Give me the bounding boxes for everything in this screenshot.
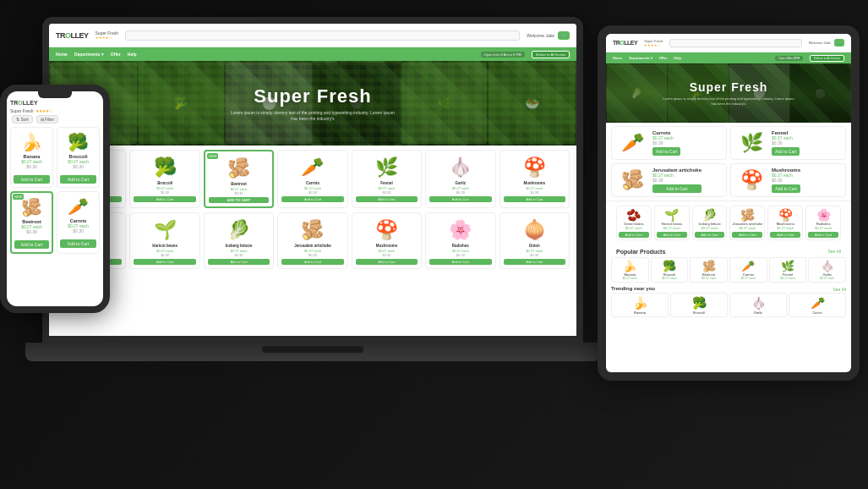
tablet-fennel-add-btn[interactable]: Add to Cart [772, 147, 800, 156]
table-row: 🍄 Mushrooms $0.27 each $0.30 Add to Cart [500, 150, 570, 208]
pop-garlic-img: 🧄 [811, 260, 843, 272]
phone-banana-add-btn[interactable]: Add to Cart [14, 175, 50, 184]
broccoli-add-btn[interactable]: Add to Cart [134, 196, 195, 202]
artichoke-add-btn[interactable]: Add to Cart [281, 259, 343, 265]
tablet-artichoke-old-price: $0.30 [652, 178, 701, 183]
phone-sort-btn[interactable]: ⇅ Sort [12, 115, 33, 124]
laptop-deliver-btn[interactable]: Deliver to AI Homes [532, 51, 570, 58]
list-item: 🥦 Broccoli $0.27 each [651, 257, 689, 283]
tablet-mushrooms-img: 🍄 [734, 169, 768, 191]
haricot-small-add-btn[interactable]: Add to Cart [657, 232, 687, 238]
iceberg-name: Iceberg lettuce [208, 244, 270, 248]
green-beans-small-img: 🫘 [619, 208, 649, 222]
green-beans-small-add-btn[interactable]: Add to Cart [619, 232, 649, 238]
list-item: 🍌 Banana $0.27 each $0.30 Add to Cart [10, 127, 53, 188]
table-row: 🥬 Iceberg lettuce $0.27 each Add to Cart [692, 206, 728, 240]
laptop-cart-icon[interactable]: 🛒 [558, 31, 570, 40]
laptop-nav-help[interactable]: Help [128, 52, 137, 57]
phone-device: TROLLEY Super Fresh ★★★★☆ ⇅ Sort ⊞ Filte… [0, 85, 110, 313]
laptop-nav-departments[interactable]: Departments ▾ [74, 52, 104, 57]
carrots-add-btn[interactable]: Add to Cart [281, 196, 343, 202]
onion-add-btn[interactable]: Add to Cart [504, 259, 565, 265]
laptop-nav-offer[interactable]: Offer [111, 52, 121, 57]
garlic-img: 🧄 [429, 154, 491, 181]
mushrooms-small-add-btn[interactable]: Add to Cart [770, 232, 800, 238]
tablet-mushrooms-add-btn[interactable]: Add to Cart [772, 184, 800, 193]
tablet-cart-icon[interactable]: 🛒 [834, 39, 844, 47]
tablet-trending-header: Trending near you See All [611, 286, 846, 293]
tablet-carrots-img: 🥕 [615, 132, 649, 154]
laptop-nav-home[interactable]: Home [56, 52, 68, 57]
phone-filter-btn[interactable]: ⊞ Filter [36, 115, 59, 124]
tablet-nav-offer[interactable]: Offer [659, 56, 668, 60]
artichoke-small-img: 🫚 [732, 208, 762, 222]
pop-broccoli-img: 🥦 [653, 260, 686, 272]
laptop-search-bar[interactable] [125, 30, 520, 41]
artichoke-small-add-btn[interactable]: Add to Cart [732, 232, 762, 238]
list-item: 🥕 Carrots $0.27 each $0.30 Add to Cart [611, 126, 727, 160]
tablet-carrots-info: Carrots $0.27 each $0.30 Add to Cart [652, 130, 680, 156]
tablet-mushrooms-info: Mushrooms $0.27 each $0.30 Add to Cart [772, 168, 800, 193]
list-item: 🫚 Jerusalem artichoke $0.27 each $0.30 A… [611, 163, 727, 197]
radishes-small-add-btn[interactable]: Add to Cart [808, 232, 838, 238]
tablet-device: TROLLEY Super Fresh ★★★★☆ Welcome Jake 🛒… [598, 25, 860, 381]
haricot-add-btn[interactable]: Add to Cart [134, 259, 195, 265]
laptop-store-info: Super Fresh ★★★★☆ [96, 30, 119, 40]
radishes-img: 🌸 [429, 217, 491, 244]
tablet-carrots-old-price: $0.30 [652, 140, 680, 146]
tablet-header: TROLLEY Super Fresh ★★★★☆ Welcome Jake 🛒 [606, 34, 851, 52]
phone-broccoli-add-btn[interactable]: Add to Cart [60, 175, 96, 184]
tablet-search-bar[interactable] [669, 39, 802, 47]
beetroot-add-btn[interactable]: ADD TO CART [209, 197, 269, 203]
laptop-screen-content: TROLLEY Super Fresh ★★★★☆ Welcome Jake 🛒… [49, 24, 576, 336]
phone-beetroot-add-btn[interactable]: Add to Cart [14, 240, 49, 249]
table-row: 🌿 Fennel $0.27 each $0.30 Add to Cart [352, 150, 422, 208]
tablet-nav-home[interactable]: Home [613, 56, 622, 60]
phone-store-header: TROLLEY [10, 100, 100, 106]
mushrooms2-add-btn[interactable]: Add to Cart [356, 259, 418, 265]
table-row: 🌸 Radishes $0.27 each $0.30 Add to Cart [425, 212, 495, 269]
trending-carrot-img: 🥕 [791, 295, 843, 310]
pop-beetroot-img: 🫚 [692, 260, 725, 272]
phone-carrots-add-btn[interactable]: Add to Cart [60, 239, 96, 248]
iceberg-add-btn[interactable]: Add to Cart [208, 259, 270, 265]
mushroom-old-price: $0.30 [504, 190, 565, 195]
radishes-add-btn[interactable]: Add to Cart [429, 259, 491, 265]
tablet-popular-section: Popular Products See All 🍌 Banana $0.27 … [606, 244, 851, 284]
list-item: 🥕 Carrots $0.27 each $0.30 Add to Cart [57, 191, 100, 254]
tablet-see-all[interactable]: See All [827, 249, 841, 254]
laptop-nav: Home Departments ▾ Offer Help Open from … [49, 47, 576, 61]
tablet-nav-help[interactable]: Help [674, 56, 681, 60]
phone-main: TROLLEY Super Fresh ★★★★☆ ⇅ Sort ⊞ Filte… [7, 91, 103, 306]
list-item: 🧄 Garlic [729, 293, 787, 317]
phone-beetroot-old-price: $0.30 [14, 229, 49, 234]
phone-broccoli-img: 🥦 [60, 130, 96, 154]
mushroom-add-btn[interactable]: Add to Cart [504, 196, 565, 202]
laptop-header: TROLLEY Super Fresh ★★★★☆ Welcome Jake 🛒 [49, 24, 576, 47]
mushroom-name: Mushrooms [504, 181, 565, 185]
laptop-hero-title: Super Fresh [254, 85, 371, 107]
tablet-small-section: 🫘 Green beans $0.27 each Add to Cart 🌱 H… [606, 201, 851, 244]
list-item: 🥦 Broccoli [670, 293, 728, 317]
garlic-add-btn[interactable]: Add to Cart [429, 196, 491, 202]
tablet-deliver-btn[interactable]: Deliver to AI Homes [810, 55, 844, 62]
haricot-small-img: 🌱 [657, 208, 687, 222]
mushroom-img: 🍄 [504, 154, 565, 181]
trending-garlic-img: 🧄 [732, 295, 784, 310]
tablet-trending-see-all[interactable]: See All [833, 287, 846, 292]
fennel-add-btn[interactable]: Add to Cart [356, 196, 418, 202]
tablet-carrots-add-btn[interactable]: Add to Cart [652, 147, 680, 156]
scene: TROLLEY Super Fresh ★★★★☆ Welcome Jake 🛒… [0, 0, 868, 489]
trending-banana-img: 🍌 [614, 295, 666, 310]
radishes-small-img: 🌸 [808, 208, 838, 222]
iceberg-small-add-btn[interactable]: Add to Cart [695, 232, 725, 238]
phone-store-rating: ★★★★☆ [35, 108, 52, 113]
laptop-screen: TROLLEY Super Fresh ★★★★☆ Welcome Jake 🛒… [42, 17, 583, 343]
tablet-nav-depts[interactable]: Departments ▾ [629, 56, 652, 60]
broccoli-img: 🥦 [134, 154, 195, 181]
tablet-artichoke-add-btn[interactable]: Add to Cart [652, 184, 701, 193]
list-item: 🫚 Beetroot $0.27 each [690, 257, 728, 283]
table-row: 🫚 Jerusalem artichoke $0.27 each Add to … [729, 206, 765, 240]
tablet-hero-title: Super Fresh [690, 80, 768, 94]
phone-banana-old-price: $0.30 [14, 164, 50, 169]
